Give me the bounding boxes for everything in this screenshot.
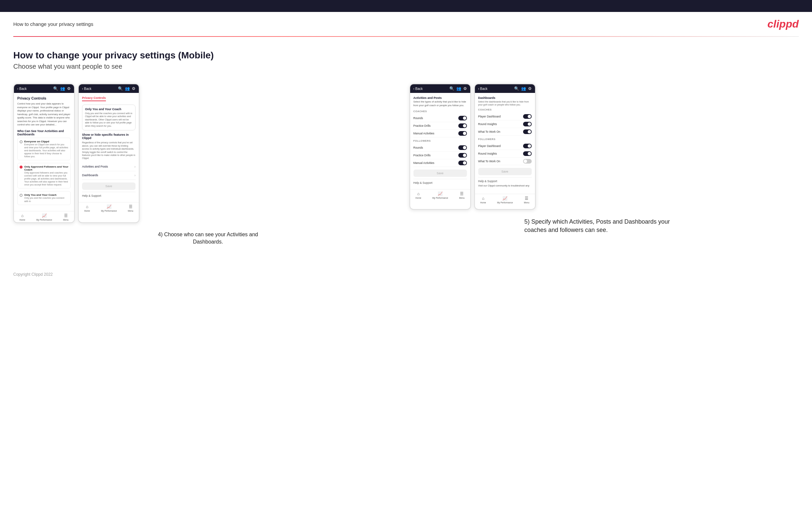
option-you-coach-text: Only You and Your Coach Only you and the… (24, 193, 68, 203)
phone-2-nav: ‹ Back 🔍 👥 ⚙ (79, 84, 139, 93)
phone-1-body: Control how you and your data appears to… (17, 102, 71, 127)
what-work-coach-label: What To Work On (478, 130, 501, 133)
toggle-player-dash-coach[interactable]: Player Dashboard (478, 113, 532, 120)
phone-4-nav: ‹ Back 🔍 👥 ⚙ (475, 84, 535, 93)
phone-3-icons: 🔍 👥 ⚙ (449, 86, 467, 91)
toggle-rounds-coach[interactable]: Rounds (413, 114, 467, 122)
search-icon: 🔍 (53, 86, 58, 91)
nav-home-1[interactable]: ⌂ Home (19, 213, 25, 221)
toggle-practice-coach[interactable]: Practice Drills (413, 122, 467, 130)
toggle-rounds-follower[interactable]: Rounds (413, 144, 467, 152)
option-you-coach[interactable]: Only You and Your Coach Only you and the… (17, 191, 71, 205)
search-icon-2: 🔍 (118, 86, 123, 91)
option-followers-coach-text: Only Approved Followers and Your Coach O… (24, 165, 68, 186)
phone-1-nav: ‹ Back 🔍 👥 ⚙ (14, 84, 74, 93)
toggle-player-dash-coach-switch[interactable] (523, 114, 532, 119)
header: How to change your privacy settings clip… (0, 12, 812, 36)
nav-home-2[interactable]: ⌂ Home (84, 205, 90, 212)
toggle-what-work-follower[interactable]: What To Work On (478, 158, 532, 165)
settings-icon-3: ⚙ (463, 86, 467, 91)
toggle-manual-coach-switch[interactable] (458, 131, 467, 136)
toggle-round-insights-follower[interactable]: Round Insights (478, 150, 532, 158)
activities-posts-label: Activities and Posts (82, 165, 108, 168)
phone-2-back[interactable]: ‹ Back (82, 87, 91, 91)
option-followers-coach[interactable]: Only Approved Followers and Your Coach O… (17, 163, 71, 188)
menu-icon-1: ☰ (64, 213, 68, 218)
dashboards-menu[interactable]: Dashboards › (82, 171, 136, 180)
chart-icon-2: 📈 (107, 205, 112, 209)
nav-performance-4[interactable]: 📈 My Performance (497, 196, 513, 204)
search-icon-4: 🔍 (514, 86, 519, 91)
chart-icon-1: 📈 (42, 213, 47, 218)
option-everyone[interactable]: Everyone on Clippd Everyone on Clippd ca… (17, 138, 71, 160)
toggle-practice-coach-switch[interactable] (458, 123, 467, 128)
phone-4-content: Dashboards Select the dashboards that yo… (475, 93, 535, 194)
phone-2-bottom-nav: ⌂ Home 📈 My Performance ☰ Menu (79, 202, 139, 213)
toggle-what-work-coach-switch[interactable] (523, 129, 532, 134)
phone-1: ‹ Back 🔍 👥 ⚙ Privacy Controls Control ho… (13, 83, 75, 223)
toggle-rounds-coach-switch[interactable] (458, 116, 467, 120)
toggle-manual-follower[interactable]: Manual Activities (413, 159, 467, 167)
show-hide-title: Show or hide specific features in Clippd (82, 133, 136, 140)
phone-4-back[interactable]: ‹ Back (478, 87, 488, 91)
nav-menu-1[interactable]: ☰ Menu (63, 213, 68, 221)
toggle-round-insights-coach[interactable]: Round Insights (478, 120, 532, 128)
caption-2: 5) Specify which Activities, Posts and D… (524, 218, 684, 234)
help-support-desc-4: Visit our Clippd community to troublesho… (478, 184, 532, 188)
toggle-round-insights-coach-switch[interactable] (523, 122, 532, 126)
nav-home-label-3: Home (415, 197, 421, 199)
phone-1-icons: 🔍 👥 ⚙ (53, 86, 71, 91)
phone-3: ‹ Back 🔍 👥 ⚙ Activities and Posts Select… (409, 83, 471, 210)
rounds-coach-label: Rounds (413, 116, 423, 120)
toggle-practice-follower-switch[interactable] (458, 153, 467, 158)
nav-menu-label-4: Menu (524, 202, 529, 204)
nav-menu-4[interactable]: ☰ Menu (524, 196, 529, 204)
nav-menu-2[interactable]: ☰ Menu (128, 205, 133, 212)
save-btn-4[interactable]: Save (478, 168, 532, 175)
phone-3-back[interactable]: ‹ Back (413, 87, 423, 91)
chart-icon-4: 📈 (503, 196, 507, 201)
nav-home-label-2: Home (84, 210, 90, 212)
what-work-follower-label: What To Work On (478, 160, 501, 163)
nav-menu-3[interactable]: ☰ Menu (459, 191, 465, 199)
player-dash-coach-label: Player Dashboard (478, 115, 501, 118)
help-support-4: Help & Support (478, 177, 532, 184)
menu-icon-2: ☰ (129, 205, 133, 209)
phone-2-icons: 🔍 👥 ⚙ (118, 86, 136, 91)
phone-1-back[interactable]: ‹ Back (17, 87, 27, 91)
toggle-round-insights-follower-switch[interactable] (523, 151, 532, 156)
nav-performance-2[interactable]: 📈 My Performance (101, 205, 117, 212)
people-icon-2: 👥 (125, 86, 130, 91)
save-btn-2[interactable]: Save (82, 182, 136, 190)
nav-menu-label-1: Menu (63, 219, 68, 221)
activities-section-title: Activities and Posts (413, 96, 467, 100)
activities-posts-menu[interactable]: Activities and Posts › (82, 163, 136, 171)
toggle-what-work-coach[interactable]: What To Work On (478, 128, 532, 136)
screenshots-row: ‹ Back 🔍 👥 ⚙ Privacy Controls Control ho… (13, 83, 799, 245)
show-hide-desc: Regardless of the privacy controls that … (82, 141, 136, 160)
save-btn-3[interactable]: Save (413, 170, 467, 177)
nav-home-3[interactable]: ⌂ Home (415, 191, 421, 199)
toggle-what-work-follower-switch[interactable] (523, 159, 532, 164)
logo: clippd (767, 18, 799, 30)
main-content: How to change your privacy settings (Mob… (0, 37, 812, 266)
home-icon-4: ⌂ (482, 196, 484, 201)
people-icon-4: 👥 (521, 86, 526, 91)
phone-3-nav: ‹ Back 🔍 👥 ⚙ (410, 84, 470, 93)
coaches-label-3: COACHES (413, 110, 467, 113)
nav-performance-3[interactable]: 📈 My Performance (433, 191, 448, 199)
nav-home-4[interactable]: ⌂ Home (480, 196, 486, 204)
option-everyone-text: Everyone on Clippd Everyone on Clippd ca… (24, 140, 68, 158)
screenshot-group-2: ‹ Back 🔍 👥 ⚙ Activities and Posts Select… (409, 83, 799, 234)
toggle-manual-coach[interactable]: Manual Activities (413, 130, 467, 137)
manual-coach-label: Manual Activities (413, 132, 435, 135)
toggle-player-dash-follower[interactable]: Player Dashboard (478, 143, 532, 150)
radio-everyone (19, 140, 22, 143)
phone-2-content: Privacy Controls Only You and Your Coach… (79, 93, 139, 202)
toggle-manual-follower-switch[interactable] (458, 161, 467, 165)
toggle-practice-follower[interactable]: Practice Drills (413, 152, 467, 159)
toggle-rounds-follower-switch[interactable] (458, 145, 467, 150)
nav-performance-1[interactable]: 📈 My Performance (36, 213, 52, 221)
phone-3-bottom-nav: ⌂ Home 📈 My Performance ☰ Menu (410, 189, 470, 201)
toggle-player-dash-follower-switch[interactable] (523, 144, 532, 148)
